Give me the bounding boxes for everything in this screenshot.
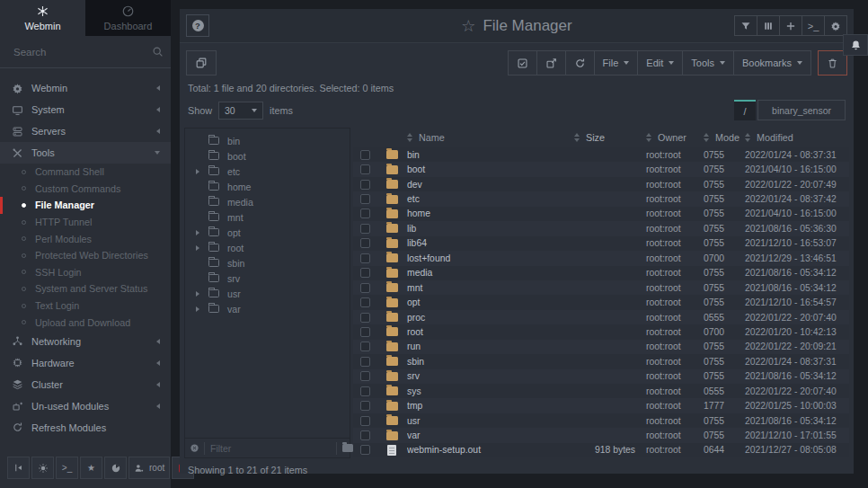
terminal-toggle-button[interactable]: >_ (802, 15, 825, 36)
settings-button[interactable] (824, 15, 847, 36)
palette-button[interactable] (104, 457, 127, 479)
table-row[interactable]: lib root:root 0755 2021/08/16 - 05:36:30 (353, 221, 849, 235)
row-checkbox[interactable] (360, 401, 370, 411)
share-button[interactable] (536, 50, 566, 75)
tree-item[interactable]: var (185, 301, 350, 316)
column-header-size[interactable]: Size (574, 132, 646, 143)
table-row[interactable]: run root:root 0755 2022/01/22 - 20:09:21 (353, 340, 849, 354)
filter-button[interactable] (734, 15, 757, 36)
row-checkbox[interactable] (360, 357, 370, 367)
user-button[interactable]: root (128, 457, 170, 479)
sidebar-item-tools[interactable]: Tools (0, 142, 171, 164)
tools-menu-button[interactable]: Tools (682, 50, 734, 75)
row-checkbox[interactable] (360, 327, 370, 337)
collapse-sidebar-button[interactable] (7, 457, 30, 479)
column-header-modified[interactable]: Modified (745, 132, 849, 143)
row-checkbox[interactable] (360, 268, 370, 278)
table-row[interactable]: webmin-setup.out 918 bytes root:root 064… (353, 443, 849, 457)
file-name[interactable]: dev (407, 180, 574, 190)
row-checkbox[interactable] (360, 164, 370, 174)
table-row[interactable]: dev root:root 0755 2022/01/22 - 20:07:49 (353, 177, 849, 191)
file-name[interactable]: run (407, 342, 574, 351)
tree-item[interactable]: usr (185, 286, 350, 301)
file-name[interactable]: boot (407, 164, 574, 174)
sidebar-item-cluster[interactable]: Cluster (0, 374, 171, 395)
row-checkbox[interactable] (360, 445, 370, 455)
copy-path-button[interactable] (186, 50, 217, 75)
table-row[interactable]: home root:root 0755 2021/04/10 - 16:15:0… (353, 207, 849, 221)
column-header-owner[interactable]: Owner (646, 132, 704, 143)
breadcrumb-root[interactable]: / (734, 100, 756, 120)
row-checkbox[interactable] (360, 209, 370, 218)
table-row[interactable]: srv root:root 0755 2021/08/16 - 05:34:12 (353, 369, 849, 384)
table-row[interactable]: sys root:root 0555 2022/01/22 - 20:07:40 (353, 384, 849, 398)
table-row[interactable]: etc root:root 0755 2022/01/24 - 08:37:42 (353, 191, 849, 206)
expand-arrow-icon[interactable] (196, 306, 199, 312)
tree-filter-input[interactable] (204, 442, 332, 455)
row-checkbox[interactable] (360, 150, 370, 160)
row-checkbox[interactable] (360, 313, 370, 323)
page-size-select[interactable]: 30 (218, 102, 263, 120)
tree-folder-button[interactable] (336, 442, 353, 455)
table-row[interactable]: bin root:root 0755 2022/01/24 - 08:37:31 (353, 147, 849, 162)
submenu-item[interactable]: SSH Login (0, 264, 171, 281)
file-name[interactable]: sys (407, 386, 574, 396)
columns-button[interactable] (757, 15, 780, 36)
table-row[interactable]: opt root:root 0755 2021/12/10 - 16:54:57 (353, 295, 849, 309)
table-row[interactable]: proc root:root 0555 2022/01/22 - 20:07:4… (353, 310, 849, 324)
row-checkbox[interactable] (360, 180, 370, 190)
file-name[interactable]: media (407, 268, 574, 278)
expand-arrow-icon[interactable] (196, 230, 199, 235)
theme-brightness-button[interactable] (31, 457, 54, 479)
submenu-item[interactable]: File Manager (0, 197, 171, 214)
table-row[interactable]: lost+found root:root 0700 2021/12/29 - 1… (353, 251, 849, 265)
tab-webmin[interactable]: Webmin (0, 0, 85, 36)
row-checkbox[interactable] (360, 342, 370, 351)
select-all-button[interactable] (508, 50, 537, 75)
column-header-mode[interactable]: Mode (704, 132, 745, 143)
tab-dashboard[interactable]: Dashboard (85, 0, 171, 36)
row-checkbox[interactable] (360, 238, 370, 248)
add-button[interactable] (779, 15, 802, 36)
file-menu-button[interactable]: File (594, 50, 639, 75)
file-name[interactable]: home (407, 209, 574, 218)
expand-arrow-icon[interactable] (196, 169, 199, 174)
file-name[interactable]: lost+found (407, 253, 574, 263)
tree-item[interactable]: root (185, 240, 350, 255)
tree-item[interactable]: home (185, 179, 350, 194)
sidebar-item-hardware[interactable]: Hardware (0, 352, 171, 374)
row-checkbox[interactable] (360, 194, 370, 204)
table-row[interactable]: tmp root:root 1777 2022/01/25 - 10:00:03 (353, 398, 849, 413)
file-name[interactable]: opt (407, 297, 574, 307)
row-checkbox[interactable] (360, 297, 370, 307)
submenu-item[interactable]: Text Login (0, 297, 171, 315)
submenu-item[interactable]: Custom Commands (0, 181, 171, 198)
submenu-item[interactable]: Perl Modules (0, 230, 171, 247)
file-name[interactable]: usr (407, 416, 574, 426)
tree-item[interactable]: media (185, 194, 350, 209)
row-checkbox[interactable] (360, 430, 370, 440)
table-row[interactable]: root root:root 0700 2022/01/20 - 10:42:1… (353, 324, 849, 339)
submenu-item[interactable]: Upload and Download (0, 314, 171, 331)
refresh-button[interactable] (565, 50, 595, 75)
file-name[interactable]: var (407, 430, 574, 440)
tree-item[interactable]: boot (185, 148, 350, 164)
table-row[interactable]: boot root:root 0755 2021/04/10 - 16:15:0… (353, 162, 849, 176)
bookmarks-menu-button[interactable]: Bookmarks (733, 50, 811, 75)
table-row[interactable]: sbin root:root 0755 2022/01/24 - 08:37:3… (353, 354, 849, 368)
tree-item[interactable]: sbin (185, 255, 350, 271)
file-name[interactable]: proc (407, 313, 574, 323)
submenu-item[interactable]: HTTP Tunnel (0, 214, 171, 231)
tree-item[interactable]: srv (185, 271, 350, 286)
clear-filter-icon[interactable] (190, 443, 199, 453)
help-button[interactable]: ? (186, 14, 209, 37)
row-checkbox[interactable] (360, 371, 370, 381)
sidebar-item-refresh-modules[interactable]: Refresh Modules (0, 417, 171, 439)
file-name[interactable]: sbin (407, 357, 574, 367)
tree-item[interactable]: mnt (185, 209, 350, 225)
file-name[interactable]: lib64 (407, 238, 574, 248)
submenu-item[interactable]: Command Shell (0, 164, 171, 181)
row-checkbox[interactable] (360, 386, 370, 396)
table-row[interactable]: media root:root 0755 2021/08/16 - 05:34:… (353, 266, 849, 280)
file-name[interactable]: etc (407, 194, 574, 204)
